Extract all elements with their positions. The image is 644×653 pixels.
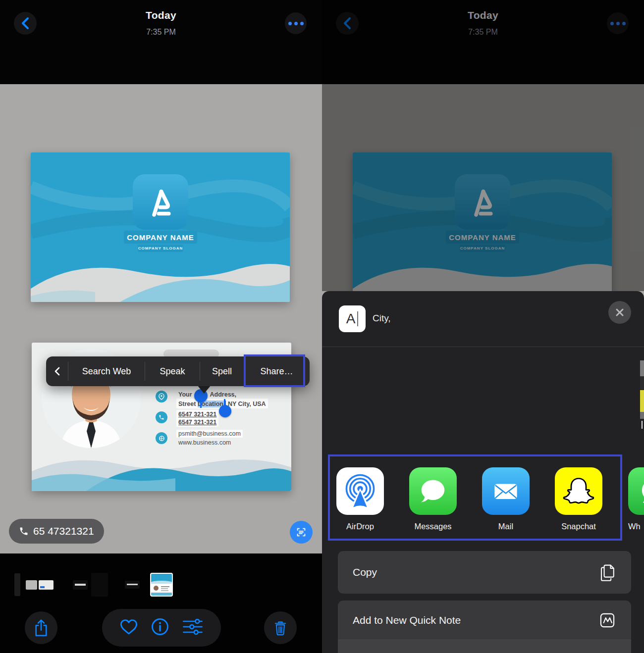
favorite-button[interactable] — [119, 618, 138, 637]
menu-item-speak[interactable]: Speak — [145, 356, 200, 386]
company-logo — [133, 174, 188, 230]
company-logo-a-icon — [142, 183, 179, 221]
action-row-partial[interactable] — [338, 640, 631, 653]
share-app-snapchat[interactable]: Snapchat — [555, 467, 616, 531]
share-app-messages[interactable]: Messages — [409, 467, 470, 531]
web-icon — [156, 432, 167, 444]
thumbnail[interactable] — [73, 580, 88, 590]
text-cursor-glyph — [357, 311, 358, 326]
menu-item-search-web[interactable]: Search Web — [68, 356, 145, 386]
adjust-button[interactable] — [182, 617, 204, 638]
menu-back-button[interactable] — [46, 356, 68, 386]
chevron-left-icon — [54, 367, 60, 376]
company-slogan: COMPANY SLOGAN — [138, 245, 183, 252]
thumbnail[interactable] — [125, 581, 140, 589]
sliders-icon — [182, 617, 204, 636]
center-toolbar — [102, 609, 221, 647]
context-menu-caret — [197, 385, 211, 394]
left-navbar: Today 7:35 PM — [0, 0, 322, 84]
share-app-whatsapp-partial[interactable]: Wh — [628, 467, 644, 531]
detected-phone-chip[interactable]: 65 47321321 — [9, 519, 104, 544]
quick-note-icon — [598, 611, 616, 629]
airdrop-icon — [336, 467, 384, 515]
heart-icon — [119, 618, 138, 635]
action-quick-note[interactable]: Add to New Quick Note — [338, 601, 631, 640]
selection-handle-start-stem — [200, 401, 202, 408]
messages-icon — [409, 467, 457, 515]
share-subject: City, — [373, 313, 391, 324]
nav-date-title: Today — [0, 9, 322, 21]
share-app-airdrop[interactable]: AirDrop — [336, 467, 397, 531]
menu-item-spell[interactable]: Spell — [200, 356, 244, 386]
thumbnail-selected[interactable] — [150, 573, 173, 597]
location-pin-icon — [156, 391, 167, 402]
nav-time: 7:35 PM — [0, 28, 322, 37]
detected-phone-number: 65 47321321 — [33, 525, 94, 537]
ellipsis-icon — [288, 22, 304, 25]
info-button[interactable] — [151, 617, 169, 638]
more-button[interactable] — [285, 12, 307, 34]
export-icon — [33, 618, 49, 637]
phone-lines: 6547 321-321 6547 321-321 — [176, 410, 218, 427]
sheet-divider — [322, 347, 644, 347]
card-back-wave-decor — [32, 447, 291, 491]
share-sheet: A City, — [322, 291, 644, 653]
menu-item-share[interactable]: Share… — [244, 356, 310, 386]
share-button[interactable] — [25, 611, 57, 644]
website-text: www.business.com — [178, 439, 231, 446]
email-text: psmith@business.com — [176, 430, 243, 438]
phone-icon — [19, 526, 29, 536]
close-button[interactable] — [608, 301, 631, 324]
whatsapp-icon — [628, 467, 644, 515]
share-app-mail[interactable]: Mail — [482, 467, 543, 531]
phone-icon — [156, 411, 167, 423]
close-icon — [615, 307, 625, 317]
thumbnail[interactable] — [26, 580, 37, 590]
copy-icon — [598, 562, 616, 582]
text-format-icon: A — [339, 305, 366, 332]
trash-icon — [272, 619, 288, 637]
live-text-button[interactable] — [290, 521, 313, 544]
company-name: COMPANY NAME — [124, 231, 197, 244]
partial-contact-preview — [640, 360, 644, 425]
thumbnail[interactable] — [14, 573, 20, 596]
thumbnail[interactable] — [91, 573, 108, 597]
snapchat-icon — [555, 467, 602, 515]
info-icon — [151, 617, 169, 636]
thumbnail[interactable] — [39, 580, 54, 590]
business-card-front: COMPANY NAME COMPANY SLOGAN — [31, 152, 290, 302]
mail-icon — [482, 467, 530, 515]
live-text-icon — [295, 526, 308, 539]
action-group: Add to New Quick Note — [338, 601, 631, 653]
delete-button[interactable] — [264, 611, 297, 644]
context-menu: Search Web Speak Spell Share… — [46, 356, 310, 386]
screenshot-root: Today 7:35 PM COMPANY NAME COMPANY SLOGA… — [0, 0, 644, 653]
action-copy[interactable]: Copy — [338, 551, 631, 594]
selection-handle-end[interactable] — [219, 405, 231, 417]
dim-overlay — [322, 0, 644, 291]
